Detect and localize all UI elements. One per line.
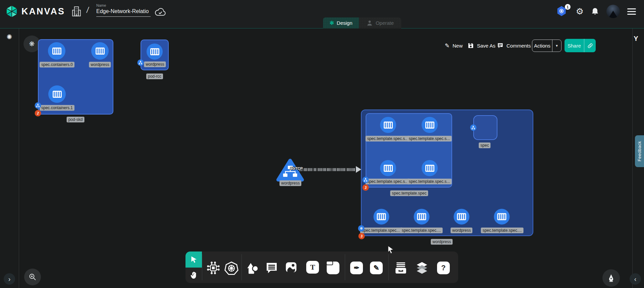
design-name-input[interactable]: Edge-Network-Relatio — [96, 8, 151, 17]
pen-tool[interactable]: ✒ — [350, 262, 363, 274]
drawer-tool[interactable] — [394, 261, 408, 275]
comments-label: Comments — [506, 43, 531, 49]
text-T-icon: T — [306, 261, 319, 274]
pen-nib-icon — [607, 274, 615, 282]
toolbar-divider — [241, 254, 242, 280]
pod-badge-icon[interactable] — [138, 60, 144, 66]
service-edge[interactable] — [300, 168, 357, 171]
pod-badge-icon[interactable] — [35, 102, 41, 109]
context-count-badge: 1 — [565, 4, 571, 10]
count-badge[interactable]: 3 — [363, 185, 369, 191]
kanvas-logo[interactable]: KANVAS — [5, 5, 65, 18]
cloud-saved-icon — [154, 7, 166, 17]
new-label: New — [452, 43, 463, 49]
tab-operate[interactable]: Operate — [359, 17, 401, 28]
select-tool[interactable] — [185, 251, 202, 268]
share-label: Share — [565, 39, 584, 52]
group-spec-template-spec[interactable] — [366, 113, 452, 188]
pan-hand-tool[interactable] — [185, 268, 202, 283]
deployment-badge-icon[interactable]: ✻ — [358, 225, 365, 232]
rectangle-tool[interactable] — [327, 262, 339, 274]
share-split-button[interactable]: Share — [565, 39, 596, 52]
group-label: pod-rcc — [146, 74, 163, 79]
notifications-bell-icon[interactable] — [591, 7, 599, 16]
save-as-label: Save As — [477, 43, 495, 49]
container-node[interactable] — [380, 160, 396, 176]
pen-path-icon: ✒ — [350, 262, 363, 274]
container-node[interactable] — [494, 209, 510, 225]
node-label: spec.template.spec.... — [360, 228, 403, 233]
circuit-icon — [206, 261, 220, 275]
left-rail — [0, 28, 19, 288]
image-tool[interactable] — [284, 260, 298, 274]
shapes-tool[interactable] — [245, 261, 260, 276]
node-label: wordpress — [450, 228, 472, 233]
count-badge[interactable]: 3 — [359, 233, 365, 239]
organization-building-icon[interactable] — [71, 6, 82, 17]
container-node[interactable] — [147, 44, 163, 60]
tab-operate-label: Operate — [376, 20, 394, 26]
comments-button[interactable]: Comments — [497, 43, 531, 49]
mouse-cursor — [387, 245, 395, 254]
pen-mode-button[interactable] — [602, 269, 620, 287]
container-node[interactable] — [454, 209, 470, 225]
menu-hamburger-icon[interactable] — [627, 8, 636, 15]
comments-icon — [497, 43, 503, 49]
pod-badge-icon[interactable] — [470, 125, 477, 131]
actions-split-button[interactable]: Actions ▾ — [532, 40, 561, 52]
tab-design-label: Design — [337, 20, 353, 26]
container-node[interactable] — [91, 42, 109, 60]
actions-caret-icon[interactable]: ▾ — [552, 40, 561, 52]
container-icon — [497, 213, 506, 220]
container-icon — [150, 48, 159, 55]
tab-design[interactable]: ✻ Design — [323, 17, 359, 28]
container-node[interactable] — [380, 117, 396, 133]
breadcrumb-separator: / — [86, 5, 90, 15]
layers-tool[interactable] — [415, 261, 429, 275]
k8s-context-switcher[interactable]: 1 — [557, 6, 569, 17]
container-node[interactable] — [48, 85, 66, 103]
spec-node[interactable] — [473, 115, 497, 140]
text-tool[interactable]: T — [306, 261, 319, 274]
zoom-in-button[interactable] — [24, 269, 41, 285]
container-icon — [417, 213, 426, 220]
comment-tool[interactable] — [265, 261, 278, 275]
edge-arrowhead — [356, 166, 361, 173]
node-label: spec.template.spec.... — [481, 228, 524, 233]
sketch-tool[interactable]: ✎ — [370, 262, 383, 274]
cursor-arrow-icon — [190, 256, 198, 264]
design-name-label: Name — [96, 3, 151, 7]
container-node[interactable] — [48, 42, 65, 60]
feedback-tab[interactable]: Feedback — [635, 135, 644, 167]
rail-spiral-icon[interactable]: ✺ — [7, 33, 12, 41]
node-label: spec.template.spec.s... — [407, 179, 452, 185]
copy-link-icon[interactable] — [584, 39, 596, 52]
operate-person-icon — [366, 20, 373, 26]
user-avatar[interactable] — [606, 5, 620, 18]
container-icon — [425, 165, 434, 172]
container-node[interactable] — [374, 209, 389, 225]
toolbar-divider — [202, 254, 202, 280]
feedback-label: Feedback — [637, 141, 642, 161]
settings-gear-icon[interactable]: ⚙ — [576, 7, 584, 16]
kubernetes-tool[interactable] — [224, 261, 238, 275]
new-button[interactable]: ✎ New — [445, 42, 463, 49]
archive-drawer-icon — [394, 261, 408, 275]
container-node[interactable] — [422, 160, 438, 176]
minimap-toggle[interactable]: Y — [634, 35, 638, 43]
container-node[interactable] — [422, 117, 438, 133]
container-node[interactable] — [414, 209, 430, 225]
count-badge[interactable]: 2 — [35, 110, 41, 117]
rectangle-shape-icon — [327, 262, 339, 274]
component-tool[interactable] — [206, 261, 220, 275]
expand-right-panel-button[interactable]: ‹ — [630, 273, 641, 285]
container-icon — [52, 48, 61, 55]
pod-badge-icon[interactable] — [363, 177, 369, 183]
node-label: wordpress — [144, 62, 166, 67]
save-as-button[interactable]: Save As — [468, 43, 495, 49]
actions-label: Actions — [532, 40, 552, 52]
help-tool[interactable]: ? — [437, 262, 450, 274]
expand-left-panel-button[interactable]: › — [4, 273, 15, 285]
snowflake-icon: ❋ — [29, 40, 35, 48]
group-label: pod-skd — [67, 117, 85, 123]
